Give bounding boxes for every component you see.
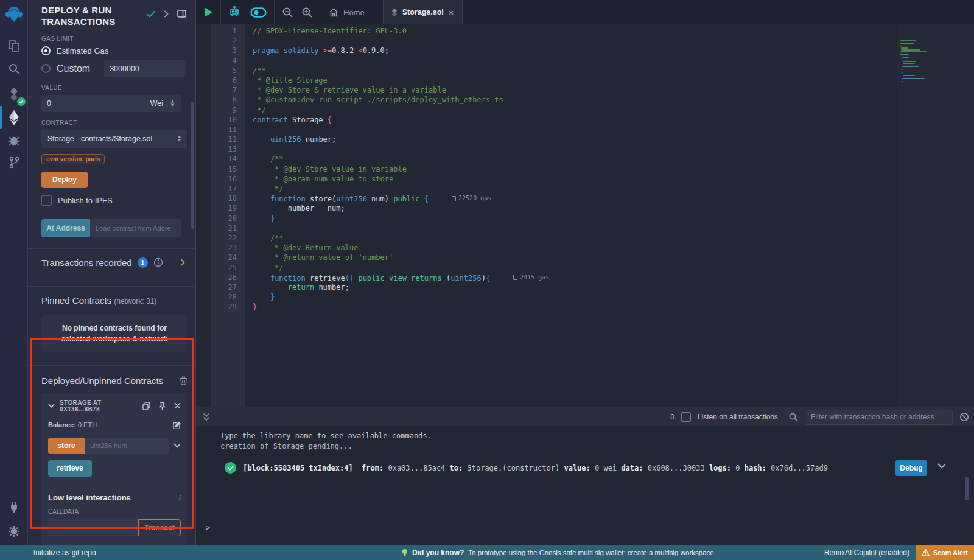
listen-all-label: Listen on all transactions [698, 413, 778, 421]
updown-arrows-icon [170, 100, 175, 107]
solidity-compiler-icon[interactable] [5, 85, 23, 103]
network-label: (network: 31) [114, 297, 156, 306]
terminal-scrollbar[interactable] [965, 477, 969, 500]
search-icon[interactable] [5, 60, 23, 78]
gas-limit-label: GAS LIMIT [41, 35, 187, 42]
retrieve-function-button[interactable]: retrieve [48, 460, 92, 477]
evm-version-badge: evm version: paris [41, 154, 105, 164]
info-icon[interactable] [153, 257, 163, 267]
terminal[interactable]: Type the library name to see available c… [196, 426, 974, 545]
contract-select[interactable]: Storage - contracts/Storage.sol [41, 130, 187, 148]
panel-layout-icon[interactable] [177, 10, 186, 18]
copilot-toggle-icon[interactable] [250, 7, 267, 18]
store-function-button[interactable]: store [48, 438, 85, 454]
zoom-in-icon[interactable] [301, 7, 313, 18]
remix-logo-icon[interactable] [5, 5, 23, 23]
copy-icon[interactable] [142, 402, 150, 410]
run-script-icon[interactable] [203, 7, 213, 18]
publish-ipfs-text: Publish to IPFS [58, 196, 113, 205]
custom-gas-input[interactable] [104, 60, 186, 77]
tab-storage-label: Storage.sol [402, 8, 444, 16]
tab-home-label: Home [343, 8, 365, 17]
file-explorer-icon[interactable] [5, 37, 23, 55]
tab-home[interactable]: Home [320, 0, 373, 24]
deploy-button[interactable]: Deploy [41, 172, 88, 188]
copilot-status[interactable]: RemixAI Copilot (enabled) [824, 548, 909, 557]
custom-gas-text: Custom [57, 63, 90, 74]
value-unit-text: Wei [150, 99, 163, 108]
pinned-contracts-title: Pinned Contracts [41, 295, 111, 306]
transactions-recorded-section[interactable]: Transactions recorded 1 [41, 249, 187, 275]
expand-args-icon[interactable] [173, 443, 181, 448]
terminal-filter-input[interactable] [805, 410, 953, 425]
clear-console-icon[interactable] [959, 412, 969, 422]
chevron-down-icon[interactable] [48, 404, 55, 408]
terminal-toolbar: 0 Listen on all transactions [196, 407, 974, 427]
deployed-contract-card: STORAGE AT 0X136...8B78 Bal [41, 393, 187, 545]
panel-expand-icon[interactable] [164, 10, 169, 18]
warning-icon [922, 549, 930, 556]
did-you-know-tip: Did you know? To prototype using the Gno… [402, 548, 716, 557]
terminal-line: Type the library name to see available c… [220, 431, 974, 441]
deployed-contracts-title: Deployed/Unpinned Contracts [41, 376, 163, 386]
minimap[interactable] [897, 24, 974, 431]
tab-storage-sol[interactable]: Storage.sol × [383, 0, 463, 24]
transactions-count-badge: 1 [138, 257, 148, 268]
custom-gas-radio[interactable] [41, 64, 51, 73]
debugger-icon[interactable] [5, 131, 23, 150]
code-editor[interactable]: 1// SPDX-License-Identifier: GPL-3.023pr… [196, 24, 974, 431]
contract-selected-text: Storage - contracts/Storage.sol [47, 135, 152, 143]
panel-check-icon [147, 10, 155, 18]
no-pinned-contracts-message: No pinned contracts found for selected w… [41, 315, 187, 352]
debug-button[interactable]: Debug [895, 460, 927, 476]
at-address-button[interactable]: At Address [41, 219, 90, 237]
estimated-gas-option[interactable]: Estimated Gas [41, 46, 187, 55]
git-init-status[interactable]: Initialize as git repo [33, 548, 96, 557]
calldata-input[interactable] [48, 519, 138, 536]
pending-tx-count: 0 [670, 413, 674, 421]
trash-icon[interactable] [180, 376, 187, 385]
publish-ipfs-checkbox[interactable] [41, 195, 52, 206]
pin-icon[interactable] [158, 402, 166, 410]
plugin-manager-icon[interactable] [5, 498, 23, 516]
tab-close-icon[interactable]: × [449, 7, 454, 18]
search-icon[interactable] [788, 412, 798, 422]
transaction-log-row[interactable]: [block:5583405 txIndex:4] from: 0xa03...… [196, 462, 974, 474]
value-input[interactable] [41, 95, 122, 112]
zoom-out-icon[interactable] [282, 7, 293, 18]
custom-gas-option[interactable]: Custom [41, 60, 187, 77]
remix-logo [5, 5, 23, 23]
listen-all-checkbox[interactable] [681, 412, 691, 422]
estimated-gas-text: Estimated Gas [57, 46, 108, 55]
lightbulb-icon [402, 548, 408, 557]
remix-ide-window: DEPLOY & RUN TRANSACTIONS GAS LIMIT Est [0, 0, 974, 560]
at-address-input[interactable] [90, 219, 181, 237]
calldata-label: CALLDATA [48, 508, 181, 515]
edit-icon[interactable] [173, 421, 181, 429]
deploy-run-icon[interactable] [5, 108, 23, 127]
collapse-terminal-icon[interactable] [203, 413, 210, 421]
value-unit-select[interactable]: Wei [122, 95, 181, 112]
contract-label: CONTRACT [41, 119, 187, 126]
expand-tx-icon[interactable] [937, 463, 946, 469]
ai-assistant-icon[interactable] [228, 6, 240, 18]
estimated-gas-radio[interactable] [41, 46, 51, 55]
contract-instance-title[interactable]: STORAGE AT 0X136...8B78 [60, 399, 138, 413]
store-arg-input[interactable] [85, 438, 169, 454]
terminal-prompt[interactable]: > [206, 523, 210, 532]
chevron-right-icon[interactable] [180, 259, 185, 266]
divider [41, 486, 187, 486]
code-lines[interactable]: 1// SPDX-License-Identifier: GPL-3.023pr… [196, 24, 974, 312]
git-icon[interactable] [5, 153, 23, 172]
transact-button[interactable]: Transact [138, 519, 181, 536]
panel-title: DEPLOY & RUN TRANSACTIONS [41, 5, 145, 28]
settings-gear-icon[interactable] [5, 522, 23, 541]
info-icon[interactable]: i [178, 493, 181, 503]
publish-ipfs-option[interactable]: Publish to IPFS [41, 195, 187, 206]
status-bar: Initialize as git repo Did you know? To … [0, 545, 974, 560]
scam-alert-badge[interactable]: Scam Alert [916, 545, 974, 560]
close-icon[interactable] [174, 402, 181, 409]
panel-scrollbar[interactable] [191, 102, 194, 229]
value-label: VALUE [41, 85, 187, 91]
icon-rail [0, 0, 28, 545]
